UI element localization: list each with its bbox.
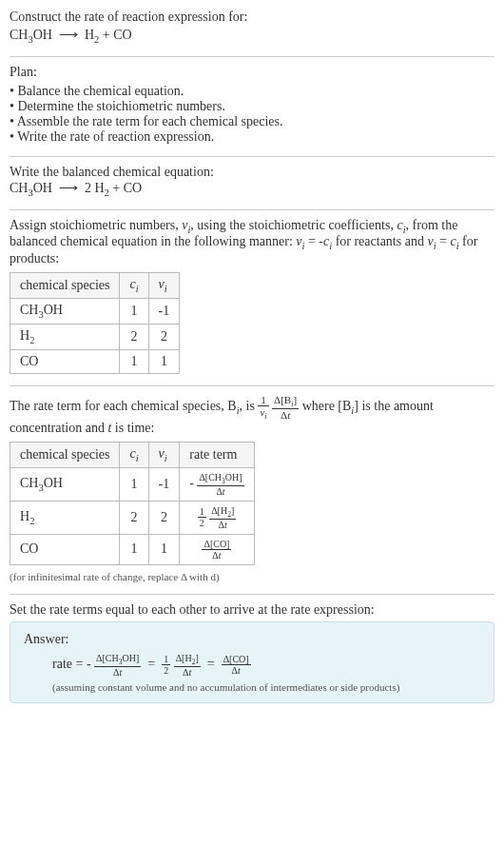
final-intro: Set the rate terms equal to each other t… [10, 602, 494, 618]
cell-ci: 1 [120, 534, 148, 564]
intro-text: Construct the rate of reaction expressio… [10, 10, 494, 25]
balanced-equation: CH3OH ⟶ 2 H2 + CO [10, 180, 494, 198]
intro-equation: CH3OH ⟶ H2 + CO [10, 27, 494, 45]
balanced-section: Write the balanced chemical equation: CH… [10, 165, 494, 198]
cell-nui: -1 [148, 298, 180, 324]
divider [10, 594, 494, 595]
text-fragment: Assign stoichiometric numbers, [10, 218, 182, 232]
col-nui: νi [148, 273, 180, 299]
plan-item: Balance the chemical equation. [10, 84, 494, 99]
balanced-title: Write the balanced chemical equation: [10, 165, 494, 180]
cell-nui: 1 [148, 349, 180, 373]
divider [10, 56, 494, 57]
divider [10, 385, 494, 386]
answer-box: Answer: rate = - Δ[CH3OH]Δt = 12 Δ[H2]Δt… [10, 621, 494, 703]
cell-nui: 2 [148, 501, 180, 534]
cell-nui: -1 [148, 467, 180, 501]
divider [10, 156, 494, 157]
cell-ci: 1 [120, 298, 148, 324]
table-row: CO 1 1 Δ[CO]Δt [10, 534, 255, 564]
cell-ci: 1 [120, 349, 148, 373]
col-nui: νi [148, 442, 180, 467]
col-species: chemical species [10, 273, 120, 299]
frac-dB-dt: Δ[Bi]Δt [272, 394, 299, 421]
rate-term-text: The rate term for each chemical species,… [10, 394, 494, 436]
rate-table: chemical species ci νi rate term CH3OH 1… [10, 442, 255, 565]
plan-item: Determine the stoichiometric numbers. [10, 99, 494, 114]
answer-note: (assuming constant volume and no accumul… [52, 681, 480, 693]
plan-list: Balance the chemical equation. Determine… [10, 84, 494, 145]
cell-ci: 1 [120, 467, 148, 501]
stoich-text: Assign stoichiometric numbers, νi, using… [10, 218, 494, 267]
divider [10, 209, 494, 210]
frac-one-over-nu: 1νi [258, 394, 268, 421]
plan-item: Assemble the rate term for each chemical… [10, 114, 494, 129]
answer-label: Answer: [24, 632, 480, 647]
stoich-section: Assign stoichiometric numbers, νi, using… [10, 218, 494, 374]
rate-table-note: (for infinitesimal rate of change, repla… [10, 571, 494, 582]
rate-term-section: The rate term for each chemical species,… [10, 394, 494, 582]
col-species: chemical species [10, 442, 120, 467]
plan-title: Plan: [10, 65, 494, 80]
cell-rate-term: 12 Δ[H2]Δt [180, 501, 254, 534]
table-row: CH3OH 1 -1 [10, 298, 180, 324]
cell-nui: 2 [148, 324, 180, 349]
cell-rate-term: - Δ[CH3OH]Δt [180, 467, 254, 501]
text-fragment: where [B [302, 399, 352, 413]
cell-ci: 2 [120, 501, 148, 534]
text-fragment: The rate term for each chemical species,… [10, 399, 237, 413]
stoich-table: chemical species ci νi CH3OH 1 -1 H2 2 2… [10, 272, 180, 373]
table-row: H2 2 2 [10, 324, 180, 349]
cell-species: H2 [10, 501, 120, 534]
text-fragment: for reactants and [332, 234, 427, 248]
cell-nui: 1 [148, 534, 180, 564]
col-rate-term: rate term [180, 442, 254, 467]
cell-species: H2 [10, 324, 120, 349]
intro-section: Construct the rate of reaction expressio… [10, 10, 494, 45]
table-header-row: chemical species ci νi rate term [10, 442, 255, 467]
text-fragment: , using the stoichiometric coefficients, [190, 218, 397, 232]
cell-species: CO [10, 349, 120, 373]
plan-section: Plan: Balance the chemical equation. Det… [10, 65, 494, 145]
table-row: CH3OH 1 -1 - Δ[CH3OH]Δt [10, 467, 255, 501]
table-header-row: chemical species ci νi [10, 273, 180, 299]
text-fragment: is time: [111, 421, 154, 435]
answer-expression: rate = - Δ[CH3OH]Δt = 12 Δ[H2]Δt = Δ[CO]… [52, 653, 480, 678]
col-ci: ci [120, 273, 148, 299]
final-section: Set the rate terms equal to each other t… [10, 602, 494, 703]
table-row: CO 1 1 [10, 349, 180, 373]
cell-ci: 2 [120, 324, 148, 349]
cell-rate-term: Δ[CO]Δt [180, 534, 254, 564]
cell-species: CO [10, 534, 120, 564]
plan-item: Write the rate of reaction expression. [10, 129, 494, 145]
cell-species: CH3OH [10, 467, 120, 501]
text-fragment: , is [240, 399, 259, 413]
col-ci: ci [120, 442, 148, 467]
table-row: H2 2 2 12 Δ[H2]Δt [10, 501, 255, 534]
cell-species: CH3OH [10, 298, 120, 324]
rate-prefix: rate = [52, 657, 87, 671]
